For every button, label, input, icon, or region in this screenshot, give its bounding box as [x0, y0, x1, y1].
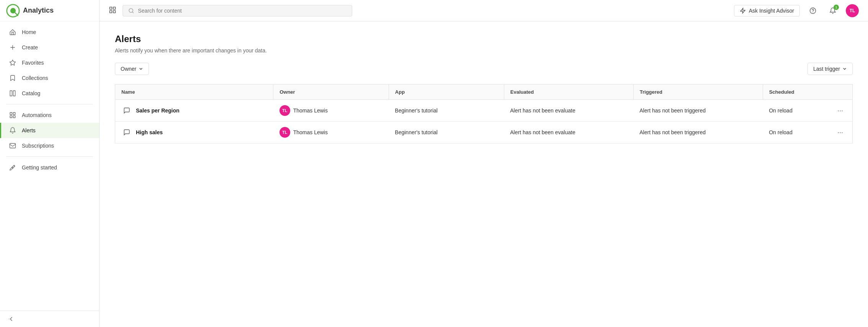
nav-divider [6, 104, 93, 104]
sidebar-item-collections[interactable]: Collections [0, 70, 99, 86]
sidebar-item-alerts[interactable]: Alerts [0, 123, 99, 138]
sidebar-top: Analytics [0, 0, 99, 21]
sidebar-item-create[interactable]: Create [0, 40, 99, 55]
qlik-logo-icon [6, 4, 20, 18]
collapse-sidebar-button[interactable] [8, 316, 92, 322]
alert-triggered-cell: Alert has not been triggered [633, 122, 763, 143]
owner-name: Thomas Lewis [293, 129, 328, 135]
book-icon [9, 89, 16, 97]
notification-badge: 1 [834, 5, 839, 10]
insight-advisor-label: Ask Insight Advisor [749, 8, 794, 14]
sidebar-nav: Home Create Favorites Collections [0, 21, 99, 311]
sidebar-item-label: Catalog [22, 90, 40, 96]
alert-evaluated-cell: Alert has not been evaluate [504, 122, 633, 143]
help-icon [809, 7, 816, 14]
toolbar: Owner Last trigger [115, 63, 853, 75]
table-header-row: Name Owner App Evaluated Triggered Sched… [115, 85, 853, 100]
svg-rect-8 [10, 112, 12, 114]
alerts-table: Name Owner App Evaluated Triggered Sched… [115, 84, 853, 143]
sidebar-item-label: Alerts [22, 127, 36, 133]
alert-app-cell: Beginner's tutorial [389, 122, 504, 143]
alert-scheduled-cell: On reload [763, 122, 828, 143]
svg-rect-9 [13, 112, 15, 114]
svg-marker-20 [740, 8, 745, 13]
alert-actions-cell: ··· [828, 122, 853, 143]
sidebar-item-label: Favorites [22, 60, 44, 66]
last-trigger-button[interactable]: Last trigger [808, 63, 853, 75]
sidebar-item-label: Create [22, 44, 38, 50]
svg-rect-11 [13, 116, 15, 118]
page-subtitle: Alerts notify you when there are importa… [115, 47, 853, 54]
alert-triggered-cell: Alert has not been triggered [633, 100, 763, 122]
user-avatar[interactable]: TL [846, 4, 859, 17]
search-input[interactable] [138, 8, 347, 14]
bell-icon [9, 127, 16, 134]
header: Ask Insight Advisor 1 TL [100, 0, 868, 21]
sidebar-item-favorites[interactable]: Favorites [0, 55, 99, 70]
search-icon [128, 8, 134, 14]
star-icon [9, 59, 16, 67]
insight-icon [740, 8, 746, 14]
alert-name[interactable]: Sales per Region [136, 107, 180, 114]
svg-rect-10 [10, 116, 12, 118]
search-bar[interactable] [123, 5, 352, 16]
apps-grid-button[interactable] [109, 6, 116, 15]
svg-rect-16 [110, 10, 112, 13]
col-header-evaluated: Evaluated [504, 85, 633, 100]
header-right: Ask Insight Advisor 1 TL [734, 4, 859, 18]
alert-actions-cell: ··· [828, 100, 853, 122]
plus-icon [9, 44, 16, 51]
sidebar-item-subscriptions[interactable]: Subscriptions [0, 138, 99, 153]
bookmark-icon [9, 74, 16, 82]
owner-name: Thomas Lewis [293, 107, 328, 114]
sidebar-item-home[interactable]: Home [0, 24, 99, 40]
svg-line-19 [132, 11, 134, 13]
sidebar-item-getting-started[interactable]: Getting started [0, 160, 99, 175]
alert-name-cell: Sales per Region [115, 100, 273, 122]
sidebar-item-automations[interactable]: Automations [0, 107, 99, 123]
alert-evaluated-cell: Alert has not been evaluate [504, 100, 633, 122]
col-header-owner: Owner [273, 85, 389, 100]
alert-name[interactable]: High sales [136, 129, 163, 135]
collapse-icon [8, 316, 15, 322]
table-row: High sales TL Thomas Lewis Beginner's tu… [115, 122, 853, 143]
row-actions-button[interactable]: ··· [834, 127, 846, 138]
app-title: Analytics [23, 7, 54, 15]
automations-icon [9, 111, 16, 119]
col-header-app: App [389, 85, 504, 100]
svg-rect-12 [10, 143, 16, 148]
table-row: Sales per Region TL Thomas Lewis Beginne… [115, 100, 853, 122]
col-header-scheduled: Scheduled [763, 85, 828, 100]
svg-rect-15 [113, 7, 116, 9]
col-header-triggered: Triggered [633, 85, 763, 100]
main: Ask Insight Advisor 1 TL Alerts Al [100, 0, 868, 327]
svg-rect-14 [110, 7, 112, 9]
help-button[interactable] [806, 4, 820, 18]
alert-app-cell: Beginner's tutorial [389, 100, 504, 122]
alert-row-icon [121, 127, 132, 138]
sidebar-item-label: Subscriptions [22, 143, 54, 149]
svg-rect-7 [13, 91, 15, 96]
sidebar-item-catalog[interactable]: Catalog [0, 86, 99, 101]
owner-avatar: TL [280, 105, 290, 116]
alert-owner-cell: TL Thomas Lewis [273, 122, 389, 143]
col-header-actions [828, 85, 853, 100]
svg-rect-6 [10, 91, 12, 96]
alert-owner-cell: TL Thomas Lewis [273, 100, 389, 122]
insight-advisor-button[interactable]: Ask Insight Advisor [734, 5, 800, 16]
page-content: Alerts Alerts notify you when there are … [100, 21, 868, 327]
svg-line-2 [15, 13, 18, 15]
sidebar-bottom [0, 311, 99, 327]
notifications-button[interactable]: 1 [826, 4, 840, 18]
chevron-down-icon-2 [842, 67, 847, 71]
nav-divider-2 [6, 156, 93, 157]
row-actions-button[interactable]: ··· [834, 105, 846, 116]
col-header-name: Name [115, 85, 273, 100]
home-icon [9, 28, 16, 36]
email-icon [9, 142, 16, 150]
alert-row-icon [121, 105, 132, 116]
owner-filter-button[interactable]: Owner [115, 63, 149, 75]
owner-filter-label: Owner [121, 66, 136, 72]
rocket-icon [9, 164, 16, 171]
alert-name-cell: High sales [115, 122, 273, 143]
